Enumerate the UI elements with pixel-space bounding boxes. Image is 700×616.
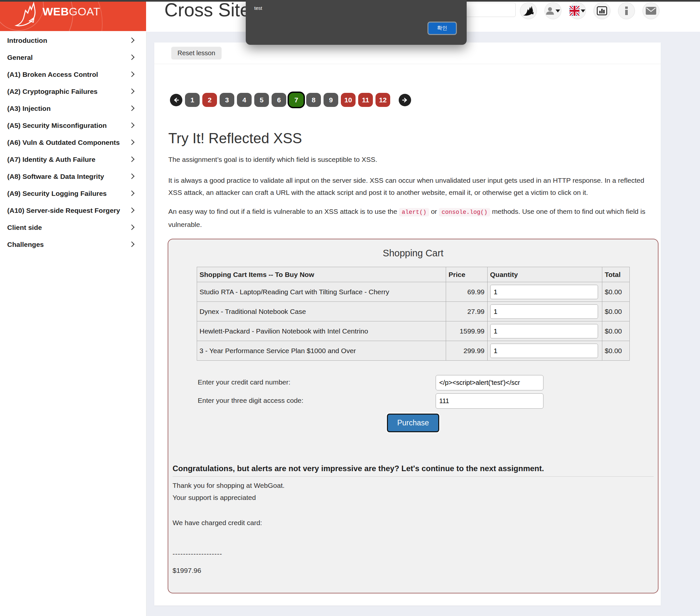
page-button-5[interactable]: 5 xyxy=(254,93,269,107)
lesson-panel: Reset lesson 1 2 3 4 5 6 7 8 9 10 11 12 xyxy=(154,42,661,605)
lesson-paragraph-2: It is always a good practice to validate… xyxy=(168,174,649,198)
item-total: $0.00 xyxy=(602,321,629,341)
arrow-left-icon xyxy=(173,97,180,104)
item-total: $0.00 xyxy=(602,282,629,302)
alert-message: test xyxy=(254,5,262,11)
page-button-3[interactable]: 3 xyxy=(220,93,234,107)
purchase-button[interactable]: Purchase xyxy=(387,414,439,432)
feedback-section: Congratulations, but alerts are not very… xyxy=(171,464,655,577)
next-page-arrow[interactable] xyxy=(399,94,411,106)
dashed-separator: ------------------- xyxy=(173,548,653,560)
scoreboard-chart-icon[interactable] xyxy=(593,2,611,19)
credit-card-input[interactable] xyxy=(436,375,543,390)
sidebar-item-client-side[interactable]: Client side xyxy=(0,219,146,236)
chevron-down-icon xyxy=(555,10,560,12)
envelope-icon xyxy=(646,7,656,15)
sidebar: WEBGOAT Introduction General (A1) Broken… xyxy=(0,0,147,616)
chevron-right-icon xyxy=(129,106,135,111)
table-row: 3 - Year Performance Service Plan $1000 … xyxy=(197,341,629,361)
chevron-right-icon xyxy=(129,38,135,43)
sidebar-item-a9-security-logging-failures[interactable]: (A9) Security Logging Failures xyxy=(0,185,146,202)
chevron-right-icon xyxy=(129,54,135,60)
sidebar-item-label: (A7) Identity & Auth Failure xyxy=(7,156,96,163)
reset-lesson-button[interactable]: Reset lesson xyxy=(171,47,222,60)
item-name: Hewlett-Packard - Pavilion Notebook with… xyxy=(197,321,446,341)
info-icon[interactable] xyxy=(618,2,635,19)
uk-flag-icon xyxy=(570,6,579,16)
language-flag-uk-icon[interactable] xyxy=(569,2,586,19)
sidebar-item-introduction[interactable]: Introduction xyxy=(0,32,146,49)
wolf-icon[interactable] xyxy=(520,2,537,19)
sidebar-nav: Introduction General (A1) Broken Access … xyxy=(0,32,146,253)
chevron-down-icon xyxy=(581,10,585,12)
access-code-label: Enter your three digit access code: xyxy=(198,397,303,405)
sidebar-item-a7-identity-auth-failure[interactable]: (A7) Identity & Auth Failure xyxy=(0,151,146,168)
paragraph-text: or xyxy=(429,208,439,215)
previous-page-arrow[interactable] xyxy=(170,94,182,106)
code-alert: alert() xyxy=(399,208,429,217)
sidebar-item-general[interactable]: General xyxy=(0,49,146,66)
info-i-glyph xyxy=(625,7,628,15)
column-header-price: Price xyxy=(446,267,487,282)
page-button-6[interactable]: 6 xyxy=(272,93,286,107)
sidebar-item-a1-broken-access-control[interactable]: (A1) Broken Access Control xyxy=(0,66,146,83)
sidebar-item-a3-injection[interactable]: (A3) Injection xyxy=(0,100,146,117)
item-price: 1599.99 xyxy=(446,321,487,341)
quantity-input-2[interactable] xyxy=(490,305,598,319)
item-total: $0.00 xyxy=(602,341,629,361)
user-menu-icon[interactable] xyxy=(545,2,561,19)
page-button-9[interactable]: 9 xyxy=(324,93,338,107)
page-button-10[interactable]: 10 xyxy=(341,93,355,107)
quantity-input-4[interactable] xyxy=(490,344,598,358)
access-code-input[interactable] xyxy=(436,393,543,409)
webgoat-app: Cross Site Scripting xyxy=(0,0,700,616)
code-console-log: console.log() xyxy=(439,208,490,217)
wolf-icon xyxy=(523,5,534,16)
charged-label: We have charged credit card: xyxy=(173,517,653,529)
sidebar-item-label: (A9) Security Logging Failures xyxy=(7,190,107,197)
table-row: Dynex - Traditional Notebook Case 27.99 … xyxy=(197,302,629,321)
alert-confirm-button[interactable]: 확인 xyxy=(427,22,457,35)
quantity-input-1[interactable] xyxy=(490,285,598,299)
table-header-row: Shopping Cart Items -- To Buy Now Price … xyxy=(197,267,629,282)
chevron-right-icon xyxy=(129,225,135,230)
item-name: 3 - Year Performance Service Plan $1000 … xyxy=(197,341,446,361)
chevron-right-icon xyxy=(129,242,135,247)
sidebar-item-label: (A10) Server-side Request Forgery xyxy=(7,207,120,214)
sidebar-item-a10-server-side-request-forgery[interactable]: (A10) Server-side Request Forgery xyxy=(0,202,146,219)
item-total: $0.00 xyxy=(602,302,629,321)
contact-mail-icon[interactable] xyxy=(642,2,660,19)
divider xyxy=(154,64,661,64)
page-button-12[interactable]: 12 xyxy=(375,93,390,107)
divider xyxy=(173,476,653,477)
column-header-items: Shopping Cart Items -- To Buy Now xyxy=(197,267,446,282)
sidebar-item-label: (A2) Cryptographic Failures xyxy=(7,88,98,96)
quantity-input-3[interactable] xyxy=(490,324,598,338)
charged-amount: $1997.96 xyxy=(173,564,653,577)
sidebar-item-label: (A5) Security Misconfiguration xyxy=(7,122,107,130)
chevron-right-icon xyxy=(129,123,135,128)
shopping-cart-title: Shopping Cart xyxy=(171,248,655,259)
page-button-2[interactable]: 2 xyxy=(202,93,217,107)
lesson-heading: Try It! Reflected XSS xyxy=(168,130,661,147)
sidebar-item-a8-software-data-integrity[interactable]: (A8) Software & Data Integrity xyxy=(0,168,146,185)
column-header-total: Total xyxy=(602,267,629,282)
sidebar-item-a2-cryptographic-failures[interactable]: (A2) Cryptographic Failures xyxy=(0,83,146,100)
brand-header[interactable]: WEBGOAT xyxy=(0,0,146,31)
page-button-1[interactable]: 1 xyxy=(185,93,200,107)
credit-card-row: Enter your credit card number: xyxy=(171,375,655,390)
congratulations-message: Congratulations, but alerts are not very… xyxy=(173,464,653,473)
chevron-right-icon xyxy=(129,190,135,196)
page-button-7-current[interactable]: 7 xyxy=(289,93,303,107)
sidebar-item-a6-vuln-outdated-components[interactable]: (A6) Vuln & Outdated Components xyxy=(0,134,146,151)
item-name: Dynex - Traditional Notebook Case xyxy=(197,302,446,321)
shopping-cart-table: Shopping Cart Items -- To Buy Now Price … xyxy=(197,267,630,361)
chevron-right-icon xyxy=(129,174,135,179)
page-button-11[interactable]: 11 xyxy=(358,93,373,107)
sidebar-item-label: (A1) Broken Access Control xyxy=(7,71,98,78)
page-button-4[interactable]: 4 xyxy=(237,93,252,107)
sidebar-item-challenges[interactable]: Challenges xyxy=(0,236,146,253)
page-button-8[interactable]: 8 xyxy=(306,93,321,107)
chevron-right-icon xyxy=(129,208,135,213)
sidebar-item-a5-security-misconfiguration[interactable]: (A5) Security Misconfiguration xyxy=(0,117,146,134)
